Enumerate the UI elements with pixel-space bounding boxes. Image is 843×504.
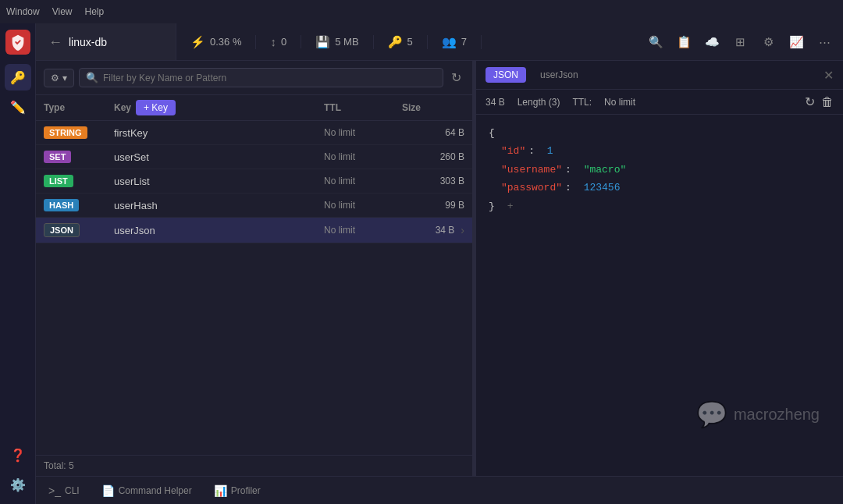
users-icon: 👥 [442, 35, 457, 49]
json-field-id: "id" : 1 🗑 [489, 142, 831, 160]
action-chart[interactable]: 📈 [784, 30, 809, 55]
sidebar-icon-keys[interactable]: 🔑 [5, 64, 31, 91]
main-content: ← linux-db ⚡ 0.36 % ↕️ 0 💾 5 MB 🔑 [36, 23, 843, 504]
add-key-button[interactable]: + Key [136, 100, 176, 115]
watermark-icon: 💬 [696, 399, 727, 429]
menu-window[interactable]: Window [6, 6, 40, 17]
filter-icon: ⚙ [51, 73, 59, 83]
key-ttl: No limit [324, 127, 402, 138]
key-table: STRING firstKey No limit 64 B SET userSe… [36, 121, 472, 455]
col-ttl: TTL [324, 102, 402, 113]
stat-users: 👥 7 [428, 35, 482, 49]
meta-ttl-label: TTL: [572, 97, 592, 108]
filter-button[interactable]: ⚙ ▾ [44, 69, 74, 87]
json-close-brace-line: } + [489, 197, 831, 215]
refresh-button[interactable]: ↻ [448, 67, 464, 88]
meta-length: Length (3) [518, 97, 560, 108]
sidebar-icon-help[interactable]: ❓ [5, 442, 31, 468]
watermark: 💬 macrozheng [696, 399, 820, 429]
command-helper-icon: 📄 [101, 484, 115, 497]
tab-json[interactable]: JSON [486, 67, 526, 83]
sidebar-icon-terminal[interactable]: ✏️ [5, 94, 31, 120]
top-bar: ← linux-db ⚡ 0.36 % ↕️ 0 💾 5 MB 🔑 [36, 23, 843, 61]
detail-meta: 34 B Length (3) TTL: No limit ↻ 🗑 [476, 90, 843, 115]
action-copy[interactable]: 📋 [671, 30, 696, 55]
json-colon-0: : [528, 142, 535, 160]
menu-view[interactable]: View [52, 6, 73, 17]
keys-value: 5 [407, 36, 413, 48]
sidebar: 🔑 ✏️ ❓ ⚙️ [0, 23, 36, 504]
detail-close-button[interactable]: ✕ [823, 68, 834, 83]
detail-actions: ↻ 🗑 [805, 94, 834, 109]
search-box: 🔍 [79, 68, 443, 87]
key-ttl: No limit [324, 176, 402, 186]
users-value: 7 [461, 36, 467, 48]
search-input[interactable] [103, 73, 436, 83]
json-value-id: 1 [547, 142, 553, 160]
key-size: 34 B [436, 225, 455, 236]
table-row[interactable]: SET userSet No limit 260 B [36, 145, 472, 169]
memory-icon: 💾 [315, 35, 330, 49]
action-settings[interactable]: ⚙ [756, 30, 781, 55]
table-row[interactable]: HASH userHash No limit 99 B [36, 193, 472, 218]
table-row[interactable]: JSON userJson No limit 34 B › [36, 218, 472, 243]
detail-panel: JSON userJson ✕ 34 B Length (3) TTL: No … [476, 61, 843, 476]
keys-icon: 🔑 [388, 35, 403, 49]
key-name: userSet [114, 151, 324, 163]
top-bar-actions: 🔍 📋 ☁️ ⊞ ⚙ 📈 ⋯ [637, 30, 843, 55]
menu-help[interactable]: Help [84, 6, 104, 17]
key-size: 64 B [402, 127, 464, 138]
col-size: Size [402, 102, 464, 113]
action-cloud[interactable]: ☁️ [699, 30, 724, 55]
bottom-tab-profiler[interactable]: 📊 Profiler [209, 481, 265, 500]
type-badge: STRING [44, 126, 87, 139]
key-size: 303 B [402, 176, 464, 186]
action-search[interactable]: 🔍 [643, 30, 668, 55]
total-count: Total: 5 [44, 460, 74, 471]
meta-ttl-value: No limit [604, 97, 635, 108]
sidebar-icon-settings[interactable]: ⚙️ [5, 471, 31, 498]
json-field-username: "username" : "macro" 🗑 [489, 161, 831, 179]
col-key: Key [114, 102, 131, 113]
key-name: userList [114, 176, 324, 187]
type-badge: SET [44, 151, 71, 163]
back-button[interactable]: ← [48, 35, 62, 49]
app-logo[interactable] [5, 30, 30, 55]
type-badge: HASH [44, 199, 79, 211]
type-badge: JSON [44, 223, 80, 237]
meta-size: 34 B [486, 97, 505, 108]
memory-value: 5 MB [335, 36, 358, 48]
type-badge: LIST [44, 175, 73, 187]
json-key-password: "password" [501, 179, 562, 197]
action-more[interactable]: ⋯ [812, 30, 837, 55]
search-icon: 🔍 [86, 72, 98, 83]
row-expand-icon: › [461, 224, 464, 236]
filter-chevron: ▾ [62, 73, 67, 83]
watermark-text: macrozheng [734, 406, 820, 424]
connection-name: linux-db [69, 36, 107, 48]
action-table[interactable]: ⊞ [727, 30, 752, 55]
json-colon-2: : [565, 179, 571, 197]
stat-cpu: ⚡ 0.36 % [176, 35, 256, 49]
detail-header: JSON userJson ✕ [476, 61, 843, 90]
col-type: Type [44, 102, 114, 113]
detail-refresh-button[interactable]: ↻ [805, 94, 815, 109]
json-value-username: "macro" [584, 161, 627, 179]
connection-tab: ← linux-db [36, 23, 176, 60]
key-list-panel: ⚙ ▾ 🔍 ↻ Type Key + Key TTL [36, 61, 473, 476]
detail-delete-button[interactable]: 🗑 [821, 95, 834, 109]
command-helper-label: Command Helper [119, 485, 192, 496]
table-row[interactable]: STRING firstKey No limit 64 B [36, 121, 472, 145]
bottom-bar: >_ CLI 📄 Command Helper 📊 Profiler [36, 476, 843, 504]
bottom-tab-cli[interactable]: >_ CLI [44, 481, 84, 500]
table-row[interactable]: LIST userList No limit 303 B [36, 169, 472, 193]
json-key-id: "id" [501, 142, 525, 160]
json-key-username: "username" [501, 161, 562, 179]
stat-memory: 💾 5 MB [301, 35, 373, 49]
app-body: 🔑 ✏️ ❓ ⚙️ ← linux-db ⚡ 0.36 % ↕️ 0 [0, 23, 843, 504]
json-add-field[interactable]: + [507, 197, 514, 215]
bottom-tab-command-helper[interactable]: 📄 Command Helper [97, 481, 197, 500]
stat-network: ↕️ 0 [256, 35, 301, 48]
cpu-icon: ⚡ [190, 35, 205, 49]
tab-key-name[interactable]: userJson [532, 67, 586, 83]
